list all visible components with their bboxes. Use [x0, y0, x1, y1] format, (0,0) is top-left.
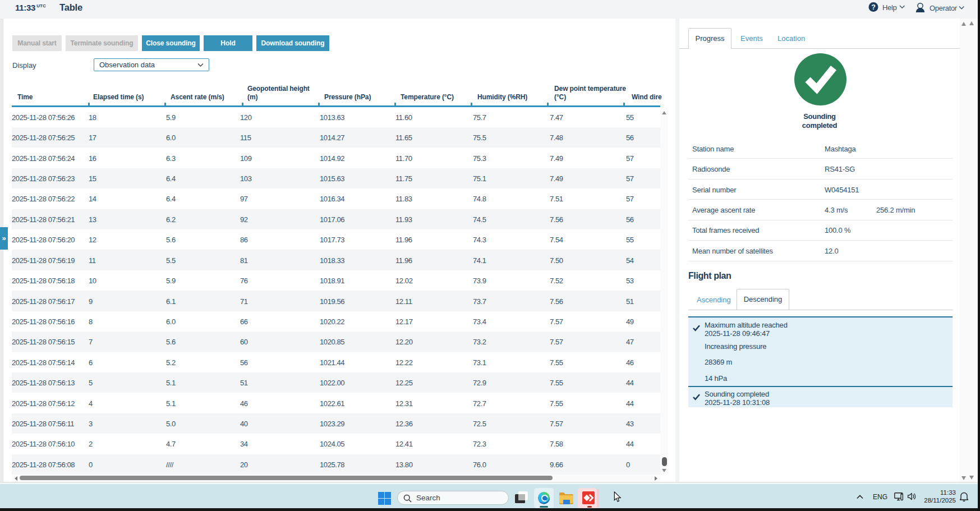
svg-text:Help: Help: [882, 3, 897, 12]
svg-text:Operator: Operator: [930, 4, 958, 12]
svg-text:?: ?: [871, 3, 876, 11]
